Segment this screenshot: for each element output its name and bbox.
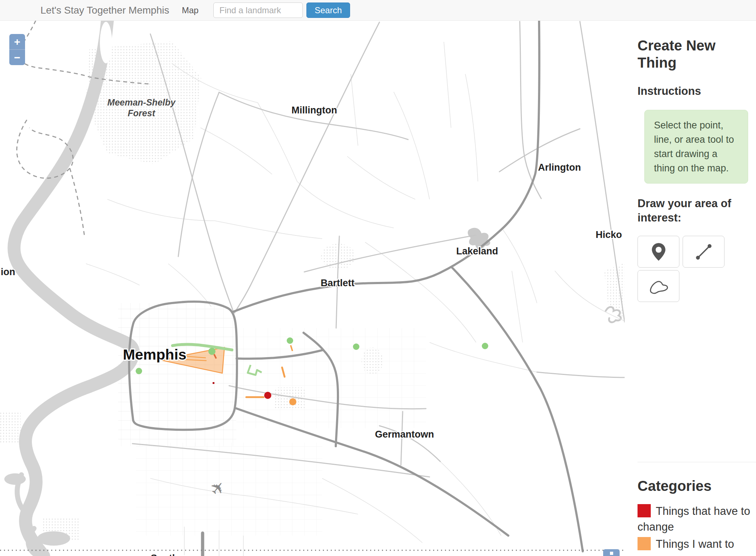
map-art: ✈ — [0, 20, 625, 556]
attribution-icon — [610, 552, 613, 555]
area-tool-button[interactable] — [638, 270, 679, 302]
label-lakeland: Lakeland — [456, 246, 498, 257]
sidebar-divider — [638, 462, 756, 462]
point-marker-icon — [651, 243, 667, 261]
instructions-heading: Instructions — [638, 84, 750, 98]
legend-label-want: Things I want to see — [638, 538, 734, 556]
zoom-out-button[interactable]: − — [9, 50, 25, 65]
legend-item-want: Things I want to see — [638, 536, 750, 556]
app-window: Let's Stay Together Memphis Map Search — [0, 0, 756, 556]
legend-item-change: Things that have to change — [638, 503, 750, 535]
search-button[interactable]: Search — [306, 3, 350, 18]
thing-point-green-1[interactable] — [208, 348, 215, 355]
label-germantown: Germantown — [375, 429, 434, 440]
label-bartlett: Bartlett — [321, 278, 355, 288]
sidebar-panel: Create New Thing Instructions Select the… — [625, 20, 756, 556]
area-polygon-icon — [649, 277, 669, 295]
thing-point-green-3[interactable] — [287, 337, 293, 344]
point-tool-button[interactable] — [638, 236, 679, 268]
label-marion-clipped: ion — [1, 267, 15, 277]
categories-legend: Things that have to change Things I want… — [638, 503, 750, 556]
panel-title: Create New Thing — [638, 37, 750, 71]
legend-swatch-orange — [638, 537, 651, 550]
label-arlington: Arlington — [538, 162, 581, 173]
legend-swatch-red — [638, 504, 651, 517]
thing-point-green-4[interactable] — [353, 343, 359, 350]
legend-label-change: Things that have to change — [638, 505, 750, 533]
label-hickory-clipped: Hicko — [596, 229, 622, 240]
draw-tools — [638, 236, 731, 304]
attribution-button[interactable] — [603, 549, 620, 556]
thing-mini-red[interactable] — [213, 382, 214, 384]
label-meeman-line2: Forest — [128, 108, 156, 118]
thing-point-green-5[interactable] — [482, 343, 488, 349]
label-memphis: Memphis — [123, 346, 186, 363]
thing-point-orange[interactable] — [289, 398, 296, 405]
navbar: Let's Stay Together Memphis Map Search — [0, 0, 756, 21]
street-grid-layer — [118, 303, 426, 536]
draw-heading: Draw your area of interest: — [638, 196, 750, 225]
brand-link[interactable]: Let's Stay Together Memphis — [40, 0, 169, 20]
categories-heading: Categories — [638, 478, 750, 494]
line-tool-button[interactable] — [683, 236, 724, 268]
zoom-in-button[interactable]: + — [9, 34, 25, 50]
instructions-alert: Select the point, line, or area tool to … — [644, 110, 748, 184]
search-input[interactable] — [213, 3, 303, 18]
nav-item-map[interactable]: Map — [182, 0, 199, 20]
map-canvas[interactable]: ✈ — [0, 20, 625, 556]
label-meeman-line1: Meeman-Shelby — [107, 97, 176, 107]
thing-point-green-2[interactable] — [136, 368, 142, 374]
thing-point-red[interactable] — [264, 392, 271, 399]
map-zoom-control: + − — [9, 34, 25, 65]
line-icon — [694, 243, 713, 261]
label-southaven-clipped: Southaven — [151, 553, 200, 556]
label-millington: Millington — [291, 105, 337, 116]
